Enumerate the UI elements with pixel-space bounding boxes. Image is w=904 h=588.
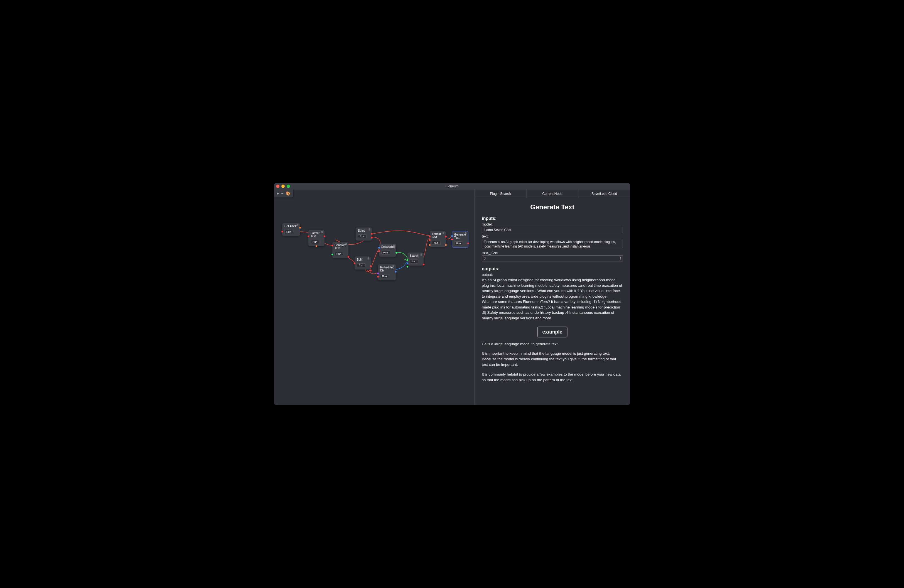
output-port[interactable] — [445, 236, 447, 237]
graph-canvas[interactable]: + − 🎨 🗑 — [274, 190, 474, 405]
output-port[interactable] — [324, 236, 326, 237]
node-format-text[interactable]: 🗑 Format Text Run — [308, 230, 324, 246]
content: + − 🎨 🗑 — [274, 190, 630, 405]
input-port-3[interactable] — [407, 266, 408, 267]
node-title: String — [358, 229, 370, 232]
panel-title: Generate Text — [482, 203, 623, 211]
node-search[interactable]: 🗑 Search Run — [408, 253, 424, 266]
node-title: Embedding Db — [380, 266, 394, 272]
input-port[interactable] — [308, 236, 309, 237]
trash-icon[interactable]: 🗑 — [465, 232, 467, 235]
run-button[interactable]: Run — [432, 241, 441, 245]
titlebar: Floneum — [274, 183, 630, 190]
output-port-2[interactable] — [371, 237, 373, 239]
panel-body: Generate Text inputs: model: text: max_s… — [474, 198, 630, 405]
run-button[interactable]: Run — [454, 241, 463, 245]
node-string[interactable]: 🗑 String Run — [356, 228, 372, 240]
output-p1: It's an AI graph editor designed for cre… — [482, 277, 623, 299]
input-port[interactable] — [407, 259, 408, 261]
trash-icon[interactable]: 🗑 — [321, 231, 323, 233]
node-split[interactable]: 🗑 Split Run — [355, 256, 371, 270]
tab-current-node[interactable]: Current Node — [526, 190, 578, 198]
app-window: Floneum + − 🎨 — [274, 183, 630, 405]
run-button[interactable]: Run — [380, 274, 389, 278]
output-port[interactable] — [299, 227, 301, 229]
trash-icon[interactable]: 🗑 — [345, 242, 347, 245]
input-port-2[interactable] — [377, 276, 379, 278]
node-embedding-db[interactable]: 🗑 Embedding Db Run — [378, 264, 396, 280]
tab-save-load[interactable]: Save/Load Cloud — [578, 190, 630, 198]
node-title: Format Text — [432, 232, 444, 239]
input-port[interactable] — [377, 273, 379, 274]
output-port[interactable] — [348, 256, 349, 258]
output-port[interactable] — [423, 264, 424, 266]
description-1: Calls a large language model to generate… — [482, 341, 623, 347]
node-format-text-2[interactable]: 🗑 Format Text Run — [430, 231, 446, 247]
max-size-label: max_size: — [482, 251, 623, 255]
input-port-2[interactable] — [332, 254, 333, 255]
input-port-2[interactable] — [378, 250, 380, 252]
output-port[interactable] — [395, 271, 397, 273]
minimize-button[interactable] — [281, 185, 285, 188]
trash-icon[interactable]: 🗑 — [442, 231, 445, 234]
zoom-in-button[interactable]: + — [277, 191, 279, 196]
number-spinner[interactable]: ▲▼ — [620, 257, 622, 260]
example-button[interactable]: example — [537, 327, 567, 337]
run-button[interactable]: Run — [357, 263, 365, 267]
node-embedding[interactable]: 🗑 Embedding Run — [379, 243, 396, 257]
input-port-2[interactable] — [451, 239, 453, 240]
model-input[interactable] — [482, 227, 623, 233]
node-title: Generate Text — [335, 243, 346, 250]
node-title: Embedding — [381, 245, 394, 248]
output-text: It's an AI graph editor designed for cre… — [482, 277, 623, 321]
max-size-input[interactable] — [482, 255, 623, 261]
input-port[interactable] — [451, 235, 453, 237]
right-panel: Plugin Search Current Node Save/Load Clo… — [474, 190, 630, 405]
run-button[interactable]: Run — [311, 240, 319, 244]
output-port-2[interactable] — [370, 270, 371, 272]
output-port[interactable] — [395, 252, 397, 254]
output-port-2[interactable] — [445, 244, 447, 246]
input-port[interactable] — [354, 262, 356, 264]
traffic-lights — [276, 185, 290, 188]
model-label: model: — [482, 222, 623, 226]
output-port[interactable] — [370, 266, 371, 267]
tab-plugin-search[interactable]: Plugin Search — [474, 190, 526, 198]
outputs-heading: outputs: — [482, 266, 623, 272]
description-2: It is important to keep in mind that the… — [482, 351, 623, 368]
edges — [274, 190, 474, 405]
input-port[interactable] — [281, 231, 283, 232]
run-button[interactable]: Run — [381, 251, 390, 254]
input-port[interactable] — [429, 236, 431, 237]
text-label: text: — [482, 234, 623, 238]
input-port[interactable] — [332, 245, 333, 247]
run-button[interactable]: Run — [410, 259, 418, 263]
trash-icon[interactable]: 🗑 — [368, 228, 371, 231]
input-port[interactable] — [378, 247, 380, 249]
node-generate-text-2[interactable]: 🗑 Generate Text Run — [452, 231, 468, 248]
node-get-article[interactable]: 🗑 Get Article Run — [282, 223, 300, 236]
trash-icon[interactable]: 🗑 — [392, 265, 395, 267]
trash-icon[interactable]: 🗑 — [393, 244, 395, 247]
run-button[interactable]: Run — [284, 230, 293, 234]
input-port-2[interactable] — [429, 239, 431, 241]
panel-tabs: Plugin Search Current Node Save/Load Clo… — [474, 190, 630, 198]
node-generate-text[interactable]: 🗑 Generate Text Run — [332, 242, 348, 258]
trash-icon[interactable]: 🗑 — [296, 224, 299, 226]
zoom-out-button[interactable]: − — [281, 191, 283, 196]
output-p2: What are some features Floneum offers? I… — [482, 299, 623, 321]
run-button[interactable]: Run — [335, 252, 343, 256]
close-button[interactable] — [276, 185, 280, 188]
output-port[interactable] — [371, 233, 373, 235]
fullscreen-button[interactable] — [287, 185, 290, 188]
text-input[interactable] — [482, 239, 623, 248]
input-port-2[interactable] — [407, 262, 408, 264]
trash-icon[interactable]: 🗑 — [420, 253, 422, 256]
node-title: Format Text — [311, 232, 322, 238]
run-button[interactable]: Run — [358, 234, 367, 238]
output-port[interactable] — [467, 242, 469, 244]
output-port-b[interactable] — [316, 245, 317, 247]
input-port-3[interactable] — [429, 244, 431, 246]
color-button[interactable]: 🎨 — [286, 191, 290, 196]
trash-icon[interactable]: 🗑 — [367, 257, 370, 260]
